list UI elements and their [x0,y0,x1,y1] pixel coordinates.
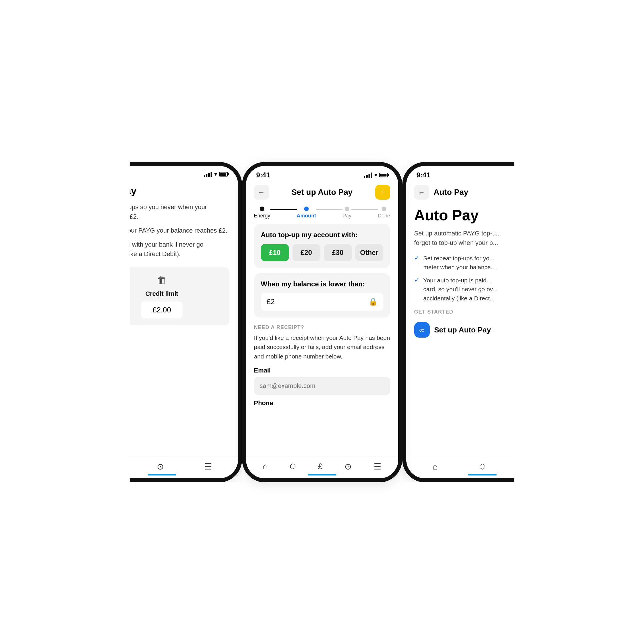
step-line-2 [316,209,342,210]
amount-btn-other[interactable]: Other [355,244,383,261]
left-desc-2: op-ups for your PAYG your balance reache… [94,226,229,235]
center-header-title: Set up Auto Pay [292,188,353,197]
check-icon-2: ✓ [414,276,419,284]
step-energy: Energy [254,207,270,219]
setup-autopay-button[interactable]: ∞ Set up Auto Pay [414,322,550,338]
get-started-label: GET STARTED [414,309,550,315]
nav-currency-center[interactable]: £ [318,461,323,471]
setup-btn-icon: ∞ [414,322,430,338]
balance-card: When my balance is lower than: £2 🔒 [254,273,390,318]
balance-input-row: £2 🔒 [261,293,383,311]
status-bar-right: 9:41 ▾ [406,166,558,181]
step-label-amount: Amount [297,213,316,219]
center-header: ← Set up Auto Pay ⚡ [246,181,398,203]
wifi-icon-center: ▾ [374,172,377,178]
setup-btn-text: Set up Auto Pay [434,326,491,334]
phone-left: ▾ Auto Pay c PAYG top-ups so you never w… [82,162,242,482]
phone-right: 9:41 ▾ ← Auto Pay Auto Pay Set up automa… [402,162,562,482]
left-phone-title: Auto Pay [94,185,229,197]
nav-activity-right[interactable]: ⬡ [479,463,486,471]
amount-card: Auto top-up my account with: £10 £20 £30… [254,224,390,268]
step-line-3 [351,209,378,210]
trash-icon[interactable]: 🗑 [157,274,167,286]
bottom-nav-right: ⌂ ⬡ £ [406,457,558,478]
check-icon-1: ✓ [414,254,419,262]
status-bar-left: ▾ [86,166,238,180]
nav-activity-center[interactable]: ⬡ [290,462,296,470]
step-dot-amount [304,207,309,211]
step-line-1 [270,209,297,210]
nav-icon-currency[interactable]: £ [112,461,116,471]
receipt-label: NEED A RECEIPT? [254,324,390,330]
step-label-energy: Energy [254,213,270,219]
left-desc-1: c PAYG top-ups so you never when your ba… [94,202,229,221]
phone-center: 9:41 ▾ ← Set up Auto Pay ⚡ Energy Amount [242,162,402,482]
amount-btn-30[interactable]: £30 [324,244,352,261]
step-label-pay: Pay [342,213,351,219]
amount-grid: £10 £20 £30 Other [261,244,383,261]
credit-limit-label: Credit limit [145,290,178,298]
step-done: Done [378,207,390,219]
checklist-text-1: Set repeat top-ups for yo...meter when y… [423,254,496,272]
receipt-desc: If you'd like a receipt when your Auto P… [254,333,390,361]
bottom-nav-left: £ ⊙ ☰ [86,457,238,478]
nav-icon-menu[interactable]: ☰ [204,461,212,471]
email-input[interactable] [254,377,390,395]
status-time-center: 9:41 [256,171,270,179]
steps-row: Energy Amount Pay Done [246,203,398,220]
lightning-button[interactable]: ⚡ [375,185,390,200]
step-dot-pay [345,207,349,211]
nav-icon-help[interactable]: ⊙ [157,461,164,471]
amount-card-title: Auto top-up my account with: [261,231,383,239]
credit-limit-value: £2.00 [141,302,183,318]
autopay-desc: Set up automatic PAYG top-u...forget to … [414,229,550,247]
step-dot-energy [260,207,264,211]
nav-menu-center[interactable]: ☰ [374,461,381,471]
back-button-right[interactable]: ← [414,185,429,200]
step-dot-done [382,207,386,211]
lock-icon: 🔒 [368,297,378,306]
checklist-item-2: ✓ Your auto top-up is paid...card, so yo… [414,276,550,303]
step-pay: Pay [342,207,351,219]
step-amount: Amount [297,207,316,219]
credit-limit-box: 🗑 Credit limit £2.00 [94,267,229,325]
right-header-title: Auto Pay [434,188,468,197]
nav-home-center[interactable]: ⌂ [263,461,268,471]
receipt-section: NEED A RECEIPT? If you'd like a receipt … [254,323,390,414]
balance-amount: £2 [267,297,275,306]
center-scroll: Auto top-up my account with: £10 £20 £30… [246,220,398,457]
status-time-right: 9:41 [417,171,430,179]
email-field-label: Email [254,367,390,374]
step-label-done: Done [378,213,390,219]
nav-currency-right[interactable]: £ [527,462,532,471]
left-desc-3: op-up is paid with your bank ll never go… [94,240,229,259]
autopay-heading: Auto Pay [414,207,550,223]
back-button-center[interactable]: ← [254,185,269,200]
nav-home-right[interactable]: ⌂ [433,462,438,471]
phone-field-label: Phone [254,399,390,407]
bottom-nav-center: ⌂ ⬡ £ ⊙ ☰ [246,457,398,478]
checklist-item-1: ✓ Set repeat top-ups for yo...meter when… [414,254,550,272]
amount-btn-10[interactable]: £10 [261,244,289,261]
wifi-icon: ▾ [214,171,217,177]
nav-help-center[interactable]: ⊙ [344,461,352,471]
wifi-icon-right: ▾ [535,172,537,178]
checklist-text-2: Your auto top-up is paid...card, so you'… [423,276,498,303]
amount-btn-20[interactable]: £20 [292,244,320,261]
right-header: ← Auto Pay [406,181,558,203]
status-bar-center: 9:41 ▾ [246,166,398,181]
right-body: Auto Pay Set up automatic PAYG top-u...f… [406,203,558,457]
balance-card-title: When my balance is lower than: [261,280,383,288]
